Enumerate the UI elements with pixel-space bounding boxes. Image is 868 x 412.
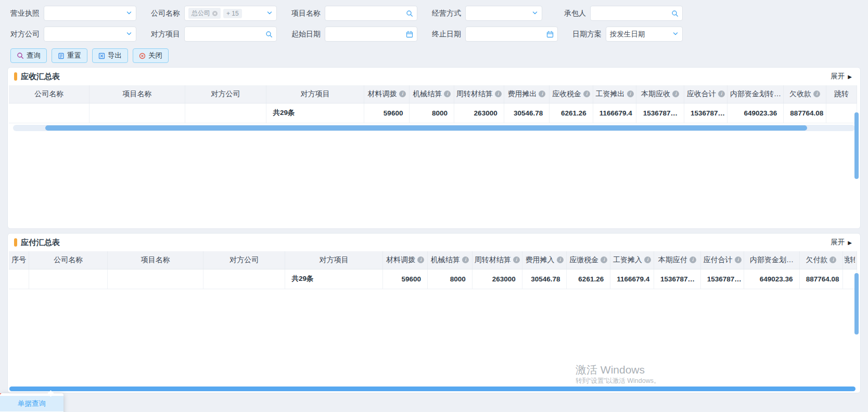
receivables-hscrollbar[interactable] [13, 125, 855, 131]
info-icon[interactable]: i [495, 91, 502, 97]
info-icon[interactable]: i [557, 256, 564, 263]
filter-start-date: 起始日期 [288, 27, 417, 42]
info-icon[interactable]: i [644, 256, 651, 263]
info-icon[interactable]: i [399, 91, 406, 97]
counterparty-company-select[interactable] [44, 27, 136, 42]
column-header-label: 序号 [11, 255, 26, 265]
column-header: 跳转 [843, 251, 857, 269]
payables-table-wrap: 序号公司名称项目名称对方公司对方项目材料调拨i机械结算i周转材结算i费用摊入i应… [8, 251, 860, 289]
column-header: 内部资金划转… [727, 85, 784, 103]
column-header-label: 费用摊入 [526, 255, 555, 265]
payables-hscrollbar[interactable] [9, 387, 856, 391]
info-icon[interactable]: i [583, 91, 590, 97]
menu-items: 单据查询明细查询汇总查询 [0, 396, 63, 412]
operation-mode-label: 经营方式 [429, 9, 461, 18]
column-header-label: 机械结算 [413, 89, 442, 99]
column-header-label: 周转材结算 [475, 255, 511, 265]
column-header: 序号 [9, 251, 29, 269]
column-header-label: 对方项目 [301, 89, 330, 99]
column-header-label: 内部资金划… [750, 255, 794, 265]
expand-caret-icon: ▶ [848, 240, 852, 246]
filter-end-date: 终止日期 [429, 27, 558, 42]
operation-mode-select[interactable] [465, 6, 542, 21]
end-date-input[interactable] [465, 27, 558, 42]
column-header-label: 公司名称 [54, 255, 83, 265]
info-icon[interactable]: i [539, 91, 545, 97]
column-header-label: 本期应收 [641, 89, 670, 99]
hscroll-thumb[interactable] [45, 125, 807, 131]
info-icon[interactable]: i [462, 256, 469, 263]
totals-value: 1536787… [684, 103, 727, 123]
query-button[interactable]: 查询 [10, 48, 47, 63]
remove-tag-icon[interactable] [212, 11, 218, 16]
query-button-label: 查询 [27, 51, 41, 60]
filter-business-license: 营业执照 [7, 6, 136, 21]
header-row: 公司名称项目名称对方公司对方项目材料调拨i机械结算i周转材结算i费用摊出i应收税… [9, 85, 857, 103]
totals-value: 1536787… [700, 269, 744, 289]
menu-item-bill-query[interactable]: 单据查询 [0, 396, 63, 411]
column-header-label: 材料调拨 [386, 255, 415, 265]
totals-value: 8000 [410, 103, 454, 123]
export-button[interactable]: 导出 [92, 48, 128, 63]
totals-value: 6261.26 [550, 103, 593, 123]
contractor-label: 承包人 [554, 9, 586, 18]
column-header-label: 欠收款 [789, 89, 811, 99]
column-header-label: 应收税金 [552, 89, 581, 99]
payables-expand-button[interactable]: 展开 ▶ [831, 238, 852, 247]
column-header: 本期应收i [636, 85, 684, 103]
close-button[interactable]: 关闭 [133, 48, 169, 63]
totals-value: 8000 [427, 269, 472, 289]
info-icon[interactable]: i [735, 256, 742, 263]
counterparty-project-input[interactable] [184, 27, 277, 42]
column-header: 费用摊入i [522, 251, 567, 269]
totals-value: 6261.26 [567, 269, 610, 289]
receivables-panel: 应收汇总表 展开 ▶ 公司名称项目名称对方公司对方项目材料调拨i机械结算i周转材… [7, 67, 861, 229]
totals-empty [826, 103, 857, 123]
totals-value: 59600 [383, 269, 428, 289]
start-date-input[interactable] [325, 27, 417, 42]
project-name-input[interactable] [325, 6, 417, 21]
column-header: 欠付款i [799, 251, 843, 269]
selected-tag: 总公司 [188, 8, 221, 19]
date-scheme-label: 日期方案 [569, 30, 602, 39]
company-name-label: 公司名称 [148, 9, 180, 18]
totals-empty [9, 269, 29, 289]
column-header: 工资摊出i [593, 85, 636, 103]
column-header: 项目名称 [108, 251, 203, 269]
export-icon [98, 53, 105, 59]
app-root: 营业执照公司名称总公司+ 15项目名称经营方式承包人 对方公司对方项目起始日期终… [0, 0, 868, 412]
reset-button[interactable]: 重置 [52, 48, 87, 63]
totals-value: 887764.08 [799, 269, 843, 289]
info-icon[interactable]: i [718, 91, 725, 97]
filter-row-2: 对方公司对方项目起始日期终止日期日期方案按发生日期 [7, 27, 861, 42]
receivables-expand-button[interactable]: 展开 ▶ [831, 72, 852, 81]
info-icon[interactable]: i [627, 91, 634, 97]
totals-value: 649023.36 [744, 269, 799, 289]
column-header: 公司名称 [9, 85, 90, 103]
chevron-down-icon [672, 31, 679, 37]
info-icon[interactable]: i [829, 256, 836, 263]
column-header: 应缴税金i [567, 251, 610, 269]
column-header-label: 应收合计 [687, 89, 716, 99]
info-icon[interactable]: i [513, 256, 520, 263]
filter-contractor: 承包人 [554, 6, 683, 21]
totals-value: 263000 [472, 269, 522, 289]
chevron-down-icon [266, 10, 273, 16]
company-name-select[interactable]: 总公司+ 15 [184, 6, 277, 21]
contractor-input[interactable] [590, 6, 683, 21]
info-icon[interactable]: i [417, 256, 424, 263]
column-header-label: 欠付款 [806, 255, 827, 265]
info-icon[interactable]: i [813, 91, 820, 97]
info-icon[interactable]: i [444, 91, 451, 97]
info-icon[interactable]: i [601, 256, 607, 263]
receivables-vscrollbar[interactable] [854, 112, 859, 179]
info-icon[interactable]: i [690, 256, 696, 263]
reset-button-label: 重置 [67, 51, 81, 60]
info-icon[interactable]: i [672, 91, 679, 97]
business-license-select[interactable] [44, 6, 136, 21]
end-date-label: 终止日期 [429, 30, 461, 39]
column-header: 周转材结算i [472, 251, 522, 269]
payables-vscrollbar[interactable] [854, 273, 859, 334]
date-scheme-select[interactable]: 按发生日期 [606, 27, 683, 42]
payables-panel: 应付汇总表 展开 ▶ 序号公司名称项目名称对方公司对方项目材料调拨i机械结算i周… [7, 233, 861, 393]
